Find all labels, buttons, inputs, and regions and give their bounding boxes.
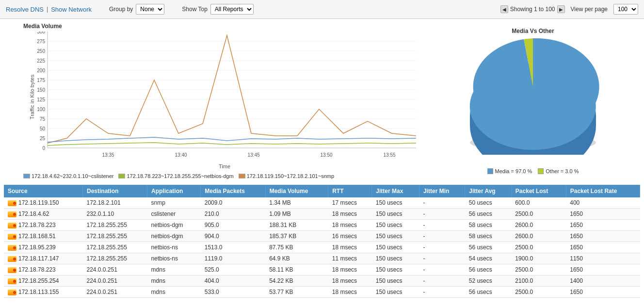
cell-7-2: mdns: [147, 276, 201, 287]
cell-4-0: 172.18.95.239: [4, 242, 82, 253]
cell-0-5: 17 msecs: [328, 197, 372, 209]
cell-3-0: 172.18.168.51: [4, 231, 82, 242]
cell-0-8: 50 usecs: [465, 197, 512, 209]
legend-label-3: 172.18.119.150~172.18.2.101~snmp: [247, 173, 334, 179]
svg-text:13:55: 13:55: [383, 152, 395, 158]
cell-7-3: 404.0: [201, 276, 265, 287]
svg-text:75: 75: [40, 116, 46, 122]
separator: |: [47, 6, 48, 13]
cell-7-5: 18 msecs: [328, 276, 372, 287]
cell-1-5: 18 msecs: [328, 209, 372, 220]
show-top-section: Show Top All Reports: [182, 4, 253, 15]
cell-7-8: 52 usecs: [465, 276, 512, 287]
svg-text:225: 225: [37, 58, 45, 64]
cell-4-2: netbios-ns: [147, 242, 201, 253]
legend-color-3: [239, 174, 245, 178]
data-table: Source Destination Application Media Pac…: [4, 185, 640, 298]
pie-chart-area: Media Vs Other: [426, 23, 640, 179]
cell-8-8: 56 usecs: [465, 287, 512, 298]
pie-legend: Media = 97.0 % Other = 3.0 %: [487, 168, 579, 174]
cell-8-9: 2500.0: [511, 287, 566, 298]
chart-legend: 172.18.4.62~232.0.1.10~cslistener 172.18…: [23, 173, 426, 179]
table-row: 172.18.168.51172.18.255.255netbios-dgm90…: [4, 231, 640, 242]
showing-text: Showing 1 to 100: [510, 6, 555, 13]
pie-chart-title: Media Vs Other: [512, 28, 554, 34]
table-row: 172.18.95.239172.18.255.255netbios-ns151…: [4, 242, 640, 253]
row-icon: [8, 256, 16, 262]
prev-page-button[interactable]: ◀: [500, 5, 508, 13]
next-page-button[interactable]: ▶: [557, 5, 565, 13]
group-by-section: Group by None: [109, 4, 164, 15]
page-nav: ◀ Showing 1 to 100 ▶: [500, 5, 565, 13]
show-network-link[interactable]: Show Network: [51, 6, 92, 13]
data-table-container: Source Destination Application Media Pac…: [0, 185, 644, 302]
legend-label-2: 172.18.78.223~172.18.255.255~netbios-dgm: [127, 173, 233, 179]
line-chart-area: Media Volume Traffic in Kilo bytes: [4, 23, 426, 179]
cell-2-1: 172.18.255.255: [82, 220, 147, 231]
cell-2-2: netbios-dgm: [147, 220, 201, 231]
cell-0-10: 400: [566, 197, 640, 209]
col-destination: Destination: [82, 185, 147, 197]
cell-2-4: 188.31 KB: [265, 220, 328, 231]
cell-8-10: 1650: [566, 287, 640, 298]
cell-1-8: 56 usecs: [465, 209, 512, 220]
cell-5-4: 64.9 KB: [265, 253, 328, 264]
cell-5-8: 54 usecs: [465, 253, 512, 264]
cell-3-3: 904.0: [201, 231, 265, 242]
svg-text:13:50: 13:50: [320, 152, 332, 158]
pie-chart-svg: [460, 38, 606, 155]
legend-item-3: 172.18.119.150~172.18.2.101~snmp: [239, 173, 334, 179]
cell-8-4: 53.77 KB: [265, 287, 328, 298]
row-icon: [8, 267, 16, 273]
top-bar: Resolve DNS | Show Network Group by None…: [0, 0, 644, 19]
pie-container: [460, 38, 606, 164]
cell-3-5: 16 msecs: [328, 231, 372, 242]
cell-6-5: 18 msecs: [328, 264, 372, 276]
cell-4-9: 2500.0: [511, 242, 566, 253]
svg-text:125: 125: [37, 97, 45, 102]
cell-6-6: 150 usecs: [372, 264, 419, 276]
cell-5-1: 172.18.255.255: [82, 253, 147, 264]
cell-8-6: 150 usecs: [372, 287, 419, 298]
y-axis-label: Traffic in Kilo bytes: [29, 75, 35, 119]
col-packet-lost: Packet Lost: [511, 185, 566, 197]
resolve-dns-link[interactable]: Resolve DNS: [6, 6, 44, 13]
cell-3-7: -: [419, 231, 465, 242]
cell-3-10: 1650: [566, 231, 640, 242]
group-by-select[interactable]: None: [136, 4, 164, 15]
view-per-page-select[interactable]: 100: [613, 4, 638, 15]
svg-text:275: 275: [37, 39, 45, 44]
cell-8-7: -: [419, 287, 465, 298]
pie-legend-label-other: Other = 3.0 %: [546, 168, 579, 174]
cell-0-1: 172.18.2.101: [82, 197, 147, 209]
cell-1-1: 232.0.1.10: [82, 209, 147, 220]
row-icon: [8, 245, 16, 251]
cell-8-0: 172.18.113.155: [4, 287, 82, 298]
col-packet-lost-rate: Packet Lost Rate: [566, 185, 640, 197]
table-row: 172.18.4.62232.0.1.10cslistener210.01.09…: [4, 209, 640, 220]
cell-4-6: 150 usecs: [372, 242, 419, 253]
cell-4-3: 1513.0: [201, 242, 265, 253]
cell-2-3: 905.0: [201, 220, 265, 231]
cell-7-10: 1400: [566, 276, 640, 287]
table-row: 172.18.113.155224.0.0.251mdns533.053.77 …: [4, 287, 640, 298]
col-application: Application: [147, 185, 201, 197]
svg-text:100: 100: [37, 107, 45, 112]
cell-2-9: 2600.0: [511, 220, 566, 231]
pie-legend-label-media: Media = 97.0 %: [495, 168, 532, 174]
svg-text:0: 0: [42, 146, 45, 151]
cell-5-6: 150 usecs: [372, 253, 419, 264]
table-row: 172.18.119.150172.18.2.101snmp2009.01.34…: [4, 197, 640, 209]
cell-8-3: 533.0: [201, 287, 265, 298]
group-by-label: Group by: [109, 6, 133, 13]
view-per-page-label: View per page: [571, 6, 608, 13]
show-top-label: Show Top: [182, 6, 207, 13]
table-body: 172.18.119.150172.18.2.101snmp2009.01.34…: [4, 197, 640, 298]
cell-1-9: 2500.0: [511, 209, 566, 220]
row-icon: [8, 223, 16, 228]
cell-5-9: 1900.0: [511, 253, 566, 264]
cell-6-3: 525.0: [201, 264, 265, 276]
cell-6-0: 172.18.78.223: [4, 264, 82, 276]
show-top-select[interactable]: All Reports: [210, 4, 254, 15]
cell-1-10: 1650: [566, 209, 640, 220]
